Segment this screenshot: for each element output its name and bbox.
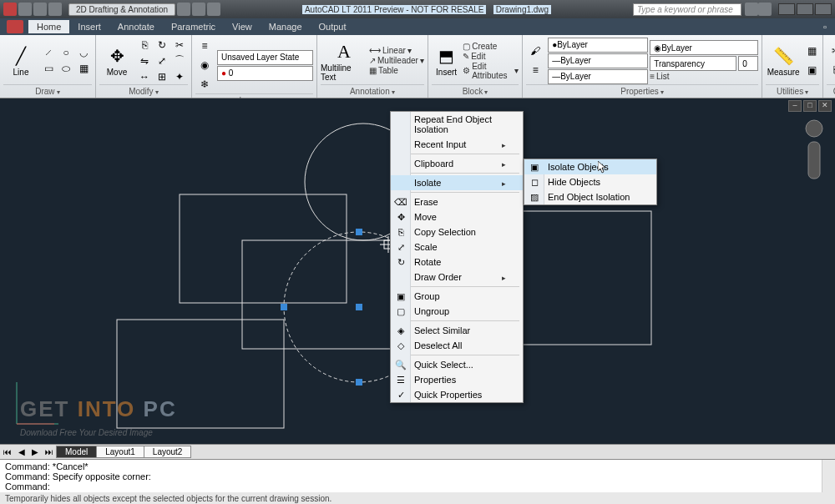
tab-nav-prev-icon[interactable]: ◀ — [15, 447, 28, 456]
cmd-scrollbar[interactable] — [822, 460, 835, 492]
explode-icon[interactable]: ✦ — [171, 69, 188, 84]
mirror-icon[interactable]: ⇋ — [136, 53, 153, 68]
workspace-selector[interactable]: 2D Drafting & Annotation — [68, 3, 175, 16]
menu-item[interactable]: Clipboard — [391, 156, 523, 171]
submenu-item[interactable]: ▨End Object Isolation — [524, 189, 656, 204]
minimize-button[interactable] — [778, 3, 795, 15]
tab-layout2[interactable]: Layout2 — [144, 446, 192, 458]
menu-item[interactable]: 🔍Quick Select... — [391, 357, 523, 372]
menu-item[interactable]: ▢Ungroup — [391, 304, 523, 319]
calc-icon[interactable]: ▦ — [802, 42, 821, 60]
menu-item[interactable]: ✓Quick Properties — [391, 387, 523, 402]
layer-current-dropdown[interactable]: ● 0 — [217, 66, 313, 81]
copy-clip-icon[interactable]: ⎘ — [827, 61, 835, 79]
maximize-button[interactable] — [797, 3, 813, 15]
app-menu-button[interactable] — [7, 20, 23, 33]
panel-properties-title[interactable]: Properties — [526, 84, 758, 98]
navigation-bar[interactable] — [802, 118, 827, 185]
tab-nav-next-icon[interactable]: ▶ — [28, 447, 42, 456]
layer-freeze-icon[interactable]: ❄ — [195, 75, 214, 93]
tab-model[interactable]: Model — [56, 446, 97, 458]
ribbon-minimize-icon[interactable]: ▫ — [815, 20, 835, 33]
menu-item[interactable]: Draw Order — [391, 270, 523, 285]
mtext-button[interactable]: A Multiline Text — [321, 38, 367, 84]
undo-icon[interactable] — [177, 3, 190, 16]
layer-off-icon[interactable]: ◉ — [195, 56, 214, 74]
panel-draw-title[interactable]: Draw — [3, 84, 92, 98]
linetype-dropdown[interactable]: — ByLayer — [548, 69, 648, 84]
insert-button[interactable]: ⬒ Insert — [432, 38, 461, 84]
fillet-icon[interactable]: ⌒ — [171, 53, 188, 68]
layer-state-dropdown[interactable]: Unsaved Layer State — [217, 50, 313, 65]
panel-clipboard-title[interactable]: Clipboard — [827, 84, 835, 98]
app-icon[interactable] — [3, 3, 17, 16]
menu-item[interactable]: ☰Properties — [391, 372, 523, 387]
measure-button[interactable]: 📏 Measure — [766, 38, 801, 84]
ellipse-icon[interactable]: ⬭ — [58, 61, 74, 76]
plotstyle-dropdown[interactable]: ◉ ByLayer — [650, 40, 758, 55]
panel-annotation-title[interactable]: Annotation — [321, 84, 424, 98]
menu-item[interactable]: ⌫Erase — [391, 194, 523, 209]
transparency-field[interactable]: Transparency — [650, 56, 736, 71]
copy-icon[interactable]: ⎘ — [136, 38, 153, 53]
open-icon[interactable] — [33, 3, 47, 16]
redo-icon[interactable] — [192, 3, 205, 16]
submenu-item[interactable]: ▣Isolate Objects — [524, 159, 656, 174]
infocenter-icon[interactable] — [745, 3, 758, 16]
print-icon[interactable] — [207, 3, 220, 16]
panel-block-title[interactable]: Block — [432, 84, 519, 98]
tab-annotate[interactable]: Annotate — [109, 20, 163, 33]
stretch-icon[interactable]: ↔ — [136, 69, 153, 84]
list-button[interactable]: ≡ List — [650, 72, 758, 81]
menu-item[interactable]: ▣Group — [391, 289, 523, 304]
select-icon[interactable]: ▣ — [802, 61, 821, 79]
lineweight-dropdown[interactable]: — ByLayer — [548, 53, 648, 68]
rotate-icon[interactable]: ↻ — [154, 38, 170, 53]
tab-nav-last-icon[interactable]: ⏭ — [42, 447, 57, 456]
hatch-icon[interactable]: ▦ — [75, 61, 92, 76]
menu-item[interactable]: Recent Input — [391, 137, 523, 152]
save-icon[interactable] — [48, 3, 62, 16]
linear-button[interactable]: ⟷ Linear ▾ — [369, 46, 424, 55]
menu-item[interactable]: ◈Select Similar — [391, 323, 523, 338]
edit-button[interactable]: ✎ Edit — [463, 52, 519, 61]
trim-icon[interactable]: ✂ — [171, 38, 188, 53]
move-button[interactable]: ✥ Move — [99, 38, 134, 84]
menu-item[interactable]: ⤢Scale — [391, 239, 523, 255]
tab-parametric[interactable]: Parametric — [163, 20, 224, 33]
close-button[interactable] — [815, 3, 832, 15]
bylayer-icon[interactable]: ≡ — [526, 61, 544, 79]
tab-view[interactable]: View — [224, 20, 261, 33]
submenu-item[interactable]: ◻Hide Objects — [524, 174, 656, 189]
scale-icon[interactable]: ⤢ — [154, 53, 170, 68]
help-icon[interactable] — [758, 3, 772, 16]
doc-restore-icon[interactable]: □ — [803, 100, 817, 112]
rect-icon[interactable]: ▭ — [40, 61, 57, 76]
command-line[interactable]: Command: *Cancel* Command: Specify oppos… — [0, 459, 835, 492]
arc-icon[interactable]: ◡ — [75, 45, 92, 60]
new-icon[interactable] — [18, 3, 32, 16]
cut-icon[interactable]: ✂ — [827, 42, 835, 60]
table-button[interactable]: ▦ Table — [369, 66, 424, 75]
doc-minimize-icon[interactable]: – — [788, 100, 802, 112]
color-dropdown[interactable]: ● ByLayer — [548, 38, 648, 53]
line-button[interactable]: ╱ Line — [3, 38, 38, 84]
panel-utilities-title[interactable]: Utilities — [766, 84, 819, 98]
menu-item[interactable]: ↻Rotate — [391, 255, 523, 270]
menu-item[interactable]: Isolate — [391, 175, 523, 190]
polyline-icon[interactable]: ⟋ — [40, 45, 57, 60]
array-icon[interactable]: ⊞ — [154, 69, 170, 84]
edit-attr-button[interactable]: ⚙ Edit Attributes ▾ — [463, 62, 519, 80]
panel-modify-title[interactable]: Modify — [99, 84, 188, 98]
tab-insert[interactable]: Insert — [69, 20, 109, 33]
doc-close-icon[interactable]: ✕ — [818, 100, 832, 112]
menu-item[interactable]: Repeat End Object Isolation — [391, 112, 523, 137]
search-input[interactable]: Type a keyword or phrase — [633, 3, 741, 16]
menu-item[interactable]: ◇Deselect All — [391, 338, 523, 353]
layer-props-icon[interactable]: ≡ — [195, 37, 214, 55]
tab-manage[interactable]: Manage — [261, 20, 311, 33]
menu-item[interactable]: ⎘Copy Selection — [391, 224, 523, 239]
tab-layout1[interactable]: Layout1 — [96, 446, 144, 458]
tab-nav-first-icon[interactable]: ⏮ — [0, 447, 15, 456]
circle-icon[interactable]: ○ — [58, 45, 74, 60]
